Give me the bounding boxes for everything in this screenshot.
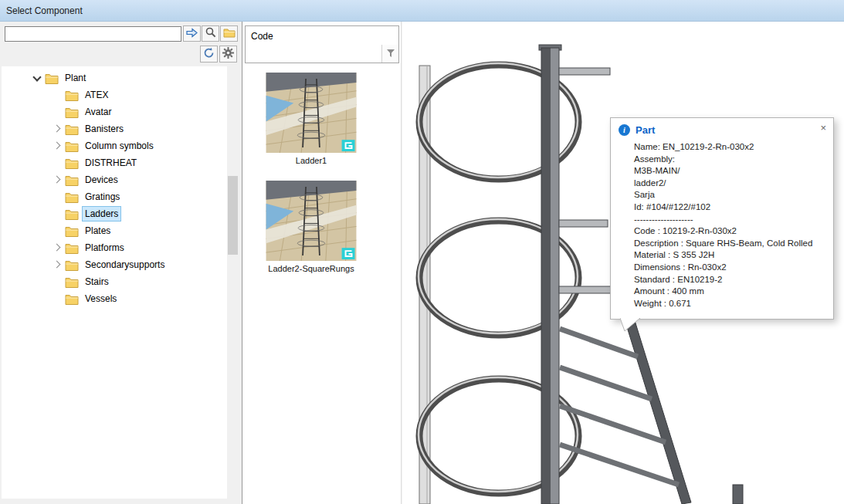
- part-tooltip-line: Sarja: [634, 189, 827, 201]
- tree-item-label: Gratings: [83, 190, 122, 204]
- select-component-dialog: Select Component: [0, 0, 844, 504]
- folder-icon: [65, 157, 79, 169]
- settings-button[interactable]: [219, 46, 237, 63]
- part-tooltip-line: Material : S 355 J2H: [634, 249, 827, 262]
- tree-item[interactable]: Plates: [2, 222, 227, 239]
- tree-item-label: Vessels: [83, 292, 119, 306]
- folder-icon: [65, 191, 79, 203]
- tree-item[interactable]: Avatar: [2, 103, 227, 120]
- folder-icon: [65, 140, 79, 152]
- folder-icon: [45, 73, 59, 84]
- folder-icon: [65, 225, 79, 237]
- tooltip-tail: [620, 318, 642, 333]
- component-tree: Plant ATEX Avatar Banisters Column symbo…: [2, 66, 239, 499]
- folder-icon: [223, 28, 236, 40]
- part-tooltip: i Part × Name: EN_10219-2-Rn-030x2Assemb…: [610, 117, 834, 320]
- funnel-icon: [386, 47, 395, 61]
- folder-icon: [65, 293, 79, 305]
- part-tooltip-line: Assembly:: [634, 154, 827, 166]
- close-icon[interactable]: ×: [820, 123, 826, 133]
- component-list-panel: Code: [242, 22, 402, 504]
- tree-item-label: Stairs: [83, 275, 111, 289]
- tree-item-label: Plant: [63, 71, 88, 85]
- filter-funnel-button[interactable]: [381, 45, 398, 63]
- part-tooltip-line: Id: #104/#122/#102: [634, 201, 827, 214]
- part-tooltip-line: --------------------: [634, 214, 827, 226]
- folder-icon: [65, 259, 79, 271]
- folder-icon: [65, 174, 79, 186]
- component-preview-image: [266, 73, 357, 153]
- folder-icon: [65, 242, 79, 254]
- folder-icon: [65, 123, 79, 135]
- part-tooltip-line: Amount : 400 mm: [634, 286, 827, 298]
- magnifier-icon: [205, 27, 216, 40]
- tree-item-label: Platforms: [83, 241, 127, 255]
- folder-icon: [65, 90, 79, 101]
- part-tooltip-line: ladder2/: [634, 178, 827, 190]
- search-input[interactable]: [5, 26, 181, 42]
- tree-item[interactable]: DISTRHEAT: [2, 154, 227, 171]
- part-tooltip-line: Standard : EN10219-2: [634, 274, 827, 286]
- tree-scrollbar-thumb[interactable]: [228, 176, 238, 255]
- search-button[interactable]: [202, 25, 219, 42]
- part-tooltip-line: M3B-MAIN/: [634, 165, 827, 178]
- part-tooltip-line: Dimensions : Rn-030x2: [634, 262, 827, 274]
- tree-item-label: DISTRHEAT: [83, 156, 139, 170]
- code-filter-input[interactable]: [246, 45, 381, 63]
- chevron-icon[interactable]: [51, 259, 63, 271]
- folder-icon: [65, 276, 79, 288]
- part-tooltip-line: Name: EN_10219-2-Rn-030x2: [634, 141, 827, 154]
- arrow-right-icon: [186, 28, 198, 40]
- info-icon: i: [619, 124, 630, 136]
- part-tooltip-line: Code : 10219-2-Rn-030x2: [634, 225, 827, 238]
- tree-item-label: Column symbols: [83, 139, 156, 153]
- part-tooltip-line: Description : Square RHS-Beam, Cold Roll…: [634, 238, 827, 250]
- tree-item[interactable]: Stairs: [2, 273, 227, 290]
- tree-item-label: Devices: [83, 173, 120, 187]
- refresh-icon: [203, 47, 215, 61]
- component-badge-icon: [342, 140, 355, 151]
- tree-item[interactable]: Gratings: [2, 188, 227, 205]
- tree-item[interactable]: ATEX: [2, 86, 227, 103]
- open-folder-button[interactable]: [220, 25, 238, 42]
- tree-item[interactable]: Vessels: [2, 290, 227, 307]
- tree-item-label: Ladders: [83, 207, 120, 221]
- component-thumbnail[interactable]: Ladder2-SquareRungs: [264, 181, 358, 273]
- go-button[interactable]: [183, 25, 201, 42]
- code-filter-row: [245, 45, 399, 63]
- chevron-icon[interactable]: [31, 72, 43, 84]
- tree-item-label: Banisters: [83, 122, 126, 136]
- chevron-icon[interactable]: [51, 174, 63, 186]
- chevron-icon[interactable]: [51, 242, 63, 254]
- component-badge-icon: [342, 248, 355, 259]
- window-title: Select Component: [0, 0, 844, 16]
- refresh-button[interactable]: [200, 46, 218, 63]
- component-thumbnail[interactable]: Ladder1: [264, 73, 358, 165]
- folder-icon: [65, 107, 79, 118]
- part-tooltip-line: Weight : 0.671: [634, 298, 827, 310]
- tree-scrollbar[interactable]: [227, 66, 239, 499]
- tree-item-label: Avatar: [83, 105, 114, 119]
- tree-item[interactable]: Secondarysupports: [2, 256, 227, 273]
- code-column-header[interactable]: Code: [245, 25, 399, 46]
- gear-icon: [222, 47, 234, 61]
- tree-item-label: ATEX: [83, 88, 110, 102]
- tree-item[interactable]: Devices: [2, 171, 227, 188]
- tree-item[interactable]: Column symbols: [2, 137, 227, 154]
- folder-icon: [65, 208, 79, 220]
- part-tooltip-title: Part: [636, 124, 655, 136]
- component-preview-image: [266, 181, 357, 261]
- tree-item-label: Plates: [83, 224, 113, 238]
- component-thumbnail-label: Ladder2-SquareRungs: [264, 264, 358, 273]
- tree-item[interactable]: Banisters: [2, 120, 227, 137]
- chevron-icon[interactable]: [51, 123, 63, 135]
- tree-item[interactable]: Platforms: [2, 239, 227, 256]
- chevron-icon[interactable]: [51, 140, 63, 152]
- part-tooltip-body: Name: EN_10219-2-Rn-030x2Assembly:M3B-MA…: [634, 141, 827, 310]
- tree-item[interactable]: Plant: [2, 69, 227, 86]
- tree-rows: Plant ATEX Avatar Banisters Column symbo…: [2, 69, 227, 307]
- tree-item[interactable]: Ladders: [2, 205, 227, 222]
- component-thumbnail-label: Ladder1: [264, 156, 358, 165]
- titlebar: Select Component: [0, 0, 844, 22]
- part-tooltip-header: i Part: [619, 124, 827, 136]
